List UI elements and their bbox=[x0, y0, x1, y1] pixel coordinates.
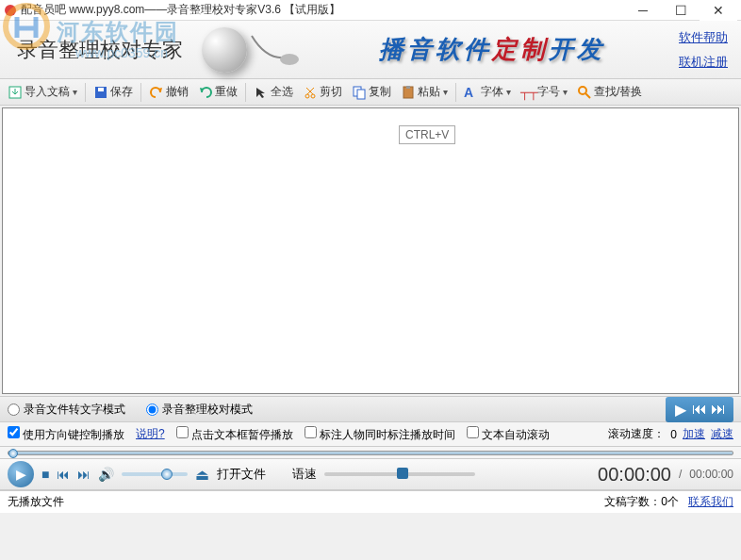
svg-point-7 bbox=[311, 94, 315, 98]
click-pause-checkbox[interactable] bbox=[176, 426, 189, 438]
mode2-radio[interactable] bbox=[146, 404, 158, 416]
font-icon: A bbox=[464, 85, 479, 100]
paste-icon bbox=[401, 85, 416, 100]
select-all-button[interactable]: 全选 bbox=[250, 82, 297, 102]
main-play-button[interactable]: ▶ bbox=[8, 461, 34, 487]
mark-time-checkbox[interactable] bbox=[305, 426, 317, 438]
prev-button[interactable]: ⏮ bbox=[690, 401, 709, 419]
mode1-radio[interactable] bbox=[8, 404, 20, 416]
contact-link[interactable]: 联系我们 bbox=[688, 494, 733, 510]
minimize-button[interactable]: ─ bbox=[624, 0, 662, 21]
maximize-button[interactable]: ☐ bbox=[662, 0, 700, 21]
mode1-label: 录音文件转文字模式 bbox=[24, 402, 125, 418]
size-button[interactable]: ┬┬字号▾ bbox=[517, 82, 571, 102]
header-slogan: 播音软件定制开发 bbox=[305, 33, 679, 66]
word-count-label: 文稿字数： bbox=[604, 495, 661, 508]
save-button[interactable]: 保存 bbox=[90, 82, 137, 102]
why-link[interactable]: 说明? bbox=[136, 426, 165, 442]
svg-rect-11 bbox=[406, 86, 410, 89]
undo-button[interactable]: 撤销 bbox=[145, 82, 192, 102]
save-icon bbox=[93, 85, 108, 100]
size-icon: ┬┬ bbox=[520, 85, 535, 100]
svg-rect-5 bbox=[98, 88, 104, 91]
svg-point-2 bbox=[280, 54, 299, 65]
chevron-down-icon: ▾ bbox=[443, 87, 448, 97]
next-button[interactable]: ⏭ bbox=[709, 401, 728, 419]
globe-icon bbox=[202, 27, 247, 73]
app-icon bbox=[4, 4, 17, 17]
scroll-speed-value: 0 bbox=[670, 428, 677, 441]
search-icon bbox=[577, 85, 592, 100]
window-title: 配音员吧 www.pyy8.com——录音整理校对专家V3.6 【试用版】 bbox=[21, 2, 624, 18]
copy-button[interactable]: 复制 bbox=[348, 82, 395, 102]
skip-back-button[interactable]: ⏮ bbox=[57, 467, 70, 482]
slower-link[interactable]: 减速 bbox=[711, 426, 733, 442]
header: 录音整理校对专家 播音软件定制开发 软件帮助 联机注册 bbox=[0, 21, 741, 79]
text-editor[interactable]: CTRL+V bbox=[2, 107, 739, 394]
progress-slider[interactable] bbox=[8, 451, 733, 455]
player-row: ▶ ■ ⏮ ⏭ 🔊 ⏏ 打开文件 语速 00:00:00 / 00:00:00 bbox=[0, 458, 741, 490]
arrow-keys-checkbox[interactable] bbox=[8, 426, 20, 438]
copy-icon bbox=[352, 85, 367, 100]
app-title: 录音整理校对专家 bbox=[17, 36, 183, 64]
rate-label: 语速 bbox=[292, 466, 317, 483]
titlebar: 配音员吧 www.pyy8.com——录音整理校对专家V3.6 【试用版】 ─ … bbox=[0, 0, 741, 21]
progress-row bbox=[0, 447, 741, 458]
svg-point-6 bbox=[305, 94, 309, 98]
cut-button[interactable]: 剪切 bbox=[299, 82, 346, 102]
svg-point-12 bbox=[579, 87, 586, 94]
stop-button[interactable]: ■ bbox=[41, 467, 49, 482]
click-pause-option[interactable]: 点击文本框暂停播放 bbox=[176, 426, 293, 443]
chevron-down-icon: ▾ bbox=[563, 87, 568, 97]
import-icon bbox=[8, 85, 23, 100]
time-total: 00:00:00 bbox=[689, 468, 733, 481]
undo-icon bbox=[149, 85, 164, 100]
arrow-keys-option[interactable]: 使用方向键控制播放 bbox=[8, 426, 124, 443]
open-file-button[interactable]: 打开文件 bbox=[217, 466, 266, 483]
cursor-icon bbox=[254, 85, 269, 100]
font-button[interactable]: A字体▾ bbox=[460, 82, 515, 102]
status-bar: 无播放文件 文稿字数：0个 联系我们 bbox=[0, 490, 741, 513]
chevron-down-icon: ▾ bbox=[506, 87, 511, 97]
mark-time-option[interactable]: 标注人物同时标注播放时间 bbox=[305, 426, 455, 443]
scissors-icon bbox=[303, 85, 318, 100]
redo-icon bbox=[198, 85, 213, 100]
volume-slider[interactable] bbox=[122, 472, 188, 476]
import-button[interactable]: 导入文稿▾ bbox=[4, 82, 81, 102]
play-button[interactable]: ▶ bbox=[671, 401, 690, 419]
play-controls: ▶ ⏮ ⏭ bbox=[666, 397, 733, 422]
time-sep: / bbox=[679, 468, 682, 481]
time-current: 00:00:00 bbox=[598, 464, 671, 486]
eject-icon[interactable]: ⏏ bbox=[195, 466, 209, 484]
redo-button[interactable]: 重做 bbox=[194, 82, 241, 102]
register-link[interactable]: 联机注册 bbox=[679, 54, 728, 71]
scroll-speed-label: 滚动速度： bbox=[608, 426, 665, 442]
status-file: 无播放文件 bbox=[8, 494, 64, 510]
svg-point-1 bbox=[5, 5, 16, 16]
options-row: 使用方向键控制播放 说明? 点击文本框暂停播放 标注人物同时标注播放时间 文本自… bbox=[0, 422, 741, 447]
header-graphic bbox=[202, 26, 305, 74]
auto-scroll-option[interactable]: 文本自动滚动 bbox=[467, 426, 550, 443]
auto-scroll-checkbox[interactable] bbox=[467, 426, 479, 438]
chevron-down-icon: ▾ bbox=[73, 87, 77, 97]
mode2-label: 录音整理校对模式 bbox=[162, 402, 253, 418]
word-count: 0个 bbox=[661, 495, 679, 508]
svg-rect-9 bbox=[357, 90, 365, 99]
close-button[interactable]: ✕ bbox=[700, 0, 737, 21]
mouse-icon bbox=[247, 31, 304, 69]
help-link[interactable]: 软件帮助 bbox=[679, 29, 728, 46]
faster-link[interactable]: 加速 bbox=[683, 426, 705, 442]
skip-fwd-button[interactable]: ⏭ bbox=[77, 467, 91, 482]
paste-button[interactable]: 粘贴▾ bbox=[397, 82, 452, 102]
toolbar: 导入文稿▾ 保存 撤销 重做 全选 剪切 复制 粘贴▾ A字体▾ ┬┬字号▾ 查… bbox=[0, 79, 741, 106]
find-button[interactable]: 查找/替换 bbox=[573, 82, 646, 102]
volume-icon[interactable]: 🔊 bbox=[98, 467, 114, 482]
paste-tooltip: CTRL+V bbox=[399, 125, 455, 144]
rate-slider[interactable] bbox=[324, 472, 475, 476]
mode-row: 录音文件转文字模式 录音整理校对模式 ▶ ⏮ ⏭ bbox=[0, 396, 741, 422]
